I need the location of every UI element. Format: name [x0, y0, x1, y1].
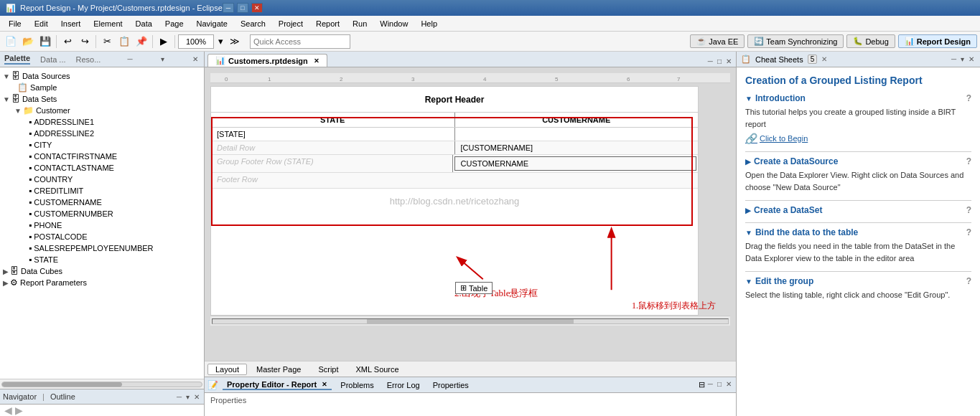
tb-cut[interactable]: ✂: [99, 34, 115, 49]
right-minimize-button[interactable]: ─: [950, 55, 958, 63]
tb-open[interactable]: 📂: [20, 34, 36, 49]
script-tab[interactable]: Script: [310, 364, 346, 375]
field-CITY[interactable]: ▪ CITY: [0, 139, 204, 151]
error-log-tab[interactable]: Error Log: [383, 381, 424, 389]
minimize-button[interactable]: ─: [223, 3, 234, 13]
menu-help[interactable]: Help: [415, 18, 443, 29]
table-handle[interactable]: ⊞ Table: [455, 282, 493, 294]
editor-close-button[interactable]: ✕: [724, 57, 733, 65]
master-page-tab[interactable]: Master Page: [248, 364, 309, 375]
field-COUNTRY[interactable]: ▪ COUNTRY: [0, 174, 204, 185]
field-SALESREP[interactable]: ▪ SALESREPEMPLOYEENUMBER: [0, 242, 204, 254]
zoom-input[interactable]: 100%: [178, 34, 214, 49]
perspective-team-sync[interactable]: 🔄 Team Synchronizing: [747, 34, 844, 48]
customer-node[interactable]: ▼ 📁 Customer: [0, 105, 204, 116]
problems-tab[interactable]: Problems: [336, 381, 378, 389]
tb-new[interactable]: 📄: [3, 34, 19, 49]
editor-tab-close[interactable]: ✕: [314, 57, 319, 65]
perspective-report-design[interactable]: 📊 Report Design: [898, 34, 977, 48]
bind-help-icon[interactable]: ?: [966, 227, 971, 237]
data-sources-expand[interactable]: ▼: [3, 72, 10, 80]
cheat-section-eg-title[interactable]: ▼ Edit the group ?: [745, 276, 971, 286]
data-sources-node[interactable]: ▼ 🗄 Data Sources: [0, 70, 204, 82]
field-STATE[interactable]: ▪ STATE: [0, 254, 204, 265]
menu-project[interactable]: Project: [273, 18, 309, 29]
palette-tab[interactable]: Palette: [4, 54, 30, 65]
bottom-minimize-button[interactable]: ─: [706, 380, 714, 389]
editor-minimize-button[interactable]: ─: [706, 57, 714, 65]
menu-navigate[interactable]: Navigate: [191, 18, 233, 29]
canvas-hscroll[interactable]: [210, 316, 730, 326]
field-CONTACTFIRSTNAME[interactable]: ▪ CONTACTFIRSTNAME: [0, 151, 204, 162]
nav-close-button[interactable]: ✕: [192, 393, 201, 401]
canvas-area[interactable]: Report Header STATE CUSTOMERNAME [STATE]: [210, 86, 699, 316]
minimize-panel-button[interactable]: ─: [126, 55, 134, 63]
cheat-section-intro-title[interactable]: ▼ Introduction ?: [745, 93, 971, 103]
field-PHONE[interactable]: ▪ PHONE: [0, 219, 204, 231]
menu-data[interactable]: Data: [130, 18, 158, 29]
menu-search[interactable]: Search: [235, 18, 271, 29]
click-to-begin-link[interactable]: 🔗 Click to Begin: [745, 133, 971, 144]
cheat-sheets-tab-label[interactable]: Cheat Sheets: [755, 55, 803, 64]
field-ADDRESSLINE1[interactable]: ▪ ADDRESSLINE1: [0, 116, 204, 128]
data-tab[interactable]: Data ...: [40, 55, 65, 64]
sample-node[interactable]: 📋 Sample: [0, 82, 204, 93]
data-cubes-expand[interactable]: ▶: [3, 268, 9, 275]
zoom-dropdown[interactable]: ▾: [215, 34, 225, 49]
menu-run[interactable]: Run: [347, 18, 373, 29]
tb-undo[interactable]: ↩: [60, 34, 75, 49]
nav-minimize-button[interactable]: ─: [175, 393, 183, 401]
menu-page[interactable]: Page: [159, 18, 190, 29]
perspective-debug[interactable]: 🐛 Debug: [846, 34, 895, 48]
property-editor-tab-close[interactable]: ✕: [322, 381, 327, 388]
navigator-tab[interactable]: Navigator: [3, 392, 37, 401]
maximize-button[interactable]: □: [237, 3, 248, 13]
tb-paste[interactable]: 📌: [134, 34, 149, 49]
tb-redo[interactable]: ↪: [77, 34, 93, 49]
property-editor-tab[interactable]: Property Editor - Report ✕: [223, 380, 332, 390]
properties-tab[interactable]: Properties: [429, 381, 473, 389]
tb-extra[interactable]: ≫: [227, 34, 243, 49]
field-CUSTOMERNAME[interactable]: ▪ CUSTOMERNAME: [0, 197, 204, 208]
nav-next-button[interactable]: ▶: [15, 405, 23, 416]
menu-element[interactable]: Element: [88, 18, 128, 29]
customer-expand[interactable]: ▼: [14, 107, 22, 115]
field-ADDRESSLINE2[interactable]: ▪ ADDRESSLINE2: [0, 128, 204, 139]
eg-help-icon[interactable]: ?: [966, 276, 971, 286]
bottom-close-button[interactable]: ✕: [724, 380, 733, 389]
nav-prev-button[interactable]: ◀: [4, 405, 12, 416]
data-sets-expand[interactable]: ▼: [3, 95, 10, 103]
customers-editor-tab[interactable]: 📊 Customers.rptdesign ✕: [207, 54, 327, 67]
right-close-button[interactable]: ✕: [967, 55, 976, 63]
reso-tab[interactable]: Reso...: [76, 55, 101, 64]
tb-run[interactable]: ▶: [156, 34, 172, 49]
tb-save[interactable]: 💾: [37, 34, 53, 49]
layout-tab[interactable]: Layout: [207, 364, 247, 375]
field-CUSTOMERNUMBER[interactable]: ▪ CUSTOMERNUMBER: [0, 208, 204, 219]
cheat-section-ds-title[interactable]: ▶ Create a DataSource ?: [745, 156, 971, 166]
editor-maximize-button[interactable]: □: [716, 57, 723, 65]
design-canvas[interactable]: 0 1 2 3 4 5 6 7 Report Header ST: [205, 67, 736, 361]
ds-help-icon[interactable]: ?: [966, 156, 971, 166]
outline-tab[interactable]: Outline: [50, 392, 75, 401]
close-panel-button[interactable]: ✕: [191, 55, 200, 63]
right-menu-button[interactable]: ▾: [959, 55, 966, 63]
field-POSTALCODE[interactable]: ▪ POSTALCODE: [0, 231, 204, 242]
field-CREDITLIMIT[interactable]: ▪ CREDITLIMIT: [0, 185, 204, 197]
menu-file[interactable]: File: [3, 18, 27, 29]
field-CONTACTLASTNAME[interactable]: ▪ CONTACTLASTNAME: [0, 162, 204, 174]
data-cubes-node[interactable]: ▶ 🗄 Data Cubes: [0, 265, 204, 277]
data-sets-node[interactable]: ▼ 🗄 Data Sets: [0, 93, 204, 105]
tb-copy[interactable]: 📋: [116, 34, 132, 49]
close-button[interactable]: ✕: [251, 3, 263, 13]
menu-insert[interactable]: Insert: [55, 18, 87, 29]
xml-source-tab[interactable]: XML Source: [348, 364, 407, 375]
panel-menu-button[interactable]: ▾: [159, 55, 166, 63]
nav-menu-button[interactable]: ▾: [185, 393, 191, 401]
menu-report[interactable]: Report: [310, 18, 345, 29]
report-params-expand[interactable]: ▶: [3, 279, 9, 287]
menu-edit[interactable]: Edit: [29, 18, 54, 29]
report-params-node[interactable]: ▶ ⚙ Report Parameters: [0, 277, 204, 288]
cheat-section-bind-title[interactable]: ▼ Bind the data to the table ?: [745, 227, 971, 237]
quick-access-input[interactable]: [250, 34, 350, 49]
